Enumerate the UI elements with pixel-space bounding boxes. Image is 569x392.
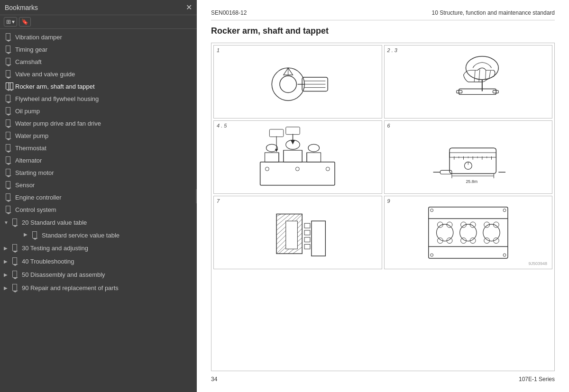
bookmark-label: Water pump drive and fan drive [15,120,101,127]
section-bookmark-flag [12,219,19,226]
bookmark-label: Camshaft [15,58,42,65]
section-label: 20 Standard value table [22,219,87,226]
svg-rect-55 [440,170,452,174]
section-troubleshooting[interactable]: ▶ 40 Troubleshooting [0,255,197,268]
bookmark-camshaft[interactable]: Camshaft [0,55,197,68]
panel-title: Bookmarks [5,4,38,11]
svg-point-32 [296,167,300,171]
diagram-label-9: 9 [387,198,390,204]
diagram-watermark: 9J503948 [528,261,547,266]
svg-rect-36 [270,129,284,137]
svg-rect-21 [307,153,321,162]
bookmark-flywheel[interactable]: Flywheel and flywheel housing [0,92,197,105]
svg-rect-72 [286,221,298,249]
section-disassembly[interactable]: ▶ 50 Disassembly and assembly [0,268,197,281]
bookmark-flag-icon [6,169,12,176]
section-bookmark-flag [12,244,19,252]
svg-rect-15 [459,89,496,94]
bookmarks-panel: Bookmarks ✕ ⊞ ▾ 🔖 Vibration damper Timin… [0,0,197,392]
document-title: Rocker arm, shaft and tappet [211,26,555,36]
bookmark-flag-icon [6,181,12,189]
section-standard-value[interactable]: ▼ 20 Standard value table [0,216,197,229]
svg-rect-19 [265,153,279,162]
cursor-indicator [33,18,39,25]
bookmark-water-pump-fan[interactable]: Water pump drive and fan drive [0,117,197,129]
svg-rect-37 [286,127,300,135]
bookmark-label: Water pump [15,132,48,139]
svg-point-97 [503,209,506,211]
svg-rect-38 [450,148,496,173]
svg-rect-18 [260,162,335,185]
svg-line-14 [489,71,491,78]
diagram-cell-2-3: 2 . 3 [384,45,553,119]
bookmark-manage-button[interactable]: 🔖 [19,17,31,27]
svg-line-60 [276,214,286,221]
document-id: SEN00168-12 [211,9,247,16]
bookmark-label: Engine controller [15,194,62,201]
diagram-cell-6: 6 25.8m [384,120,553,194]
bookmark-timing-gear[interactable]: Timing gear [0,43,197,55]
section-repair[interactable]: ▶ 90 Repair and replacement of parts [0,281,197,294]
svg-rect-78 [429,207,508,258]
bookmark-flag-icon [6,95,12,102]
bookmark-rocker-arm[interactable]: Rocker arm, shaft and tappet [0,80,197,92]
diagram-cell-4-5: 4 . 5 [213,120,382,194]
bookmark-oil-pump[interactable]: Oil pump [0,105,197,117]
expand-arrow-icon: ▶ [4,285,10,291]
document-footer: 34 107E-1 Series [211,376,555,383]
svg-rect-74 [305,230,311,235]
collapse-panel-button[interactable]: ◀ [196,189,197,203]
expand-arrow-icon: ▶ [4,259,10,264]
diagram-label-1: 1 [217,47,220,53]
svg-rect-75 [305,237,311,242]
section-label: 90 Repair and replacement of parts [22,284,119,292]
section-label: 50 Disassembly and assembly [22,271,105,278]
svg-point-99 [503,254,506,256]
document-section: 10 Structure, function and maintenance s… [432,9,555,16]
bookmark-vibration-damper[interactable]: Vibration damper [0,31,197,43]
svg-line-59 [276,214,281,216]
bookmark-flag-icon [6,193,12,201]
expand-all-button[interactable]: ⊞ ▾ [4,17,17,27]
bookmark-label: Vibration damper [15,34,62,41]
section-bookmark-flag [12,284,19,292]
document-content-panel: SEN00168-12 10 Structure, function and m… [197,0,569,392]
bookmark-starting-motor[interactable]: Starting motor [0,166,197,179]
svg-line-13 [486,70,486,80]
bookmark-flag-icon [6,82,12,90]
bookmark-flag-icon [32,231,39,239]
close-button[interactable]: ✕ [186,3,192,12]
bookmark-water-pump[interactable]: Water pump [0,129,197,142]
svg-point-33 [326,167,330,171]
bookmark-flag-icon [6,70,12,78]
section-label: 30 Testing and adjusting [22,245,88,252]
page-number: 34 [211,376,217,383]
section-testing[interactable]: ▶ 30 Testing and adjusting [0,241,197,255]
diagram-cell-1: 1 [213,45,382,119]
bookmark-sensor[interactable]: Sensor [0,179,197,191]
section-bookmark-flag [12,271,19,278]
svg-rect-16 [457,90,462,93]
bookmark-label: Standard service value table [42,232,119,239]
svg-point-1 [280,76,296,92]
svg-rect-20 [284,150,302,162]
bookmark-standard-service[interactable]: ▶ Standard service value table [0,229,197,241]
bookmark-label: Alternator [15,157,42,164]
bookmark-valve-guide[interactable]: Valve and valve guide [0,68,197,80]
expand-arrow-icon: ▶ [4,272,10,277]
bookmark-engine-controller[interactable]: Engine controller [0,191,197,203]
expand-arrow: ▾ [12,18,15,25]
bookmark-alternator[interactable]: Alternator [0,154,197,166]
bookmark-label: Flywheel and flywheel housing [15,95,99,102]
series-label: 107E-1 Series [519,376,555,383]
expand-icon: ⊞ [6,18,11,25]
section-bookmark-flag [12,257,19,265]
svg-text:25.8m: 25.8m [466,179,477,184]
panel-toolbar: ⊞ ▾ 🔖 [0,15,197,29]
bookmark-flag-icon [6,119,12,127]
panel-header: Bookmarks ✕ [0,0,197,15]
bookmark-control-system[interactable]: Control system [0,203,197,216]
bookmark-thermostat[interactable]: Thermostat [0,142,197,154]
diagram-grid: 1 2 . 3 [211,43,555,371]
svg-line-12 [479,69,480,82]
